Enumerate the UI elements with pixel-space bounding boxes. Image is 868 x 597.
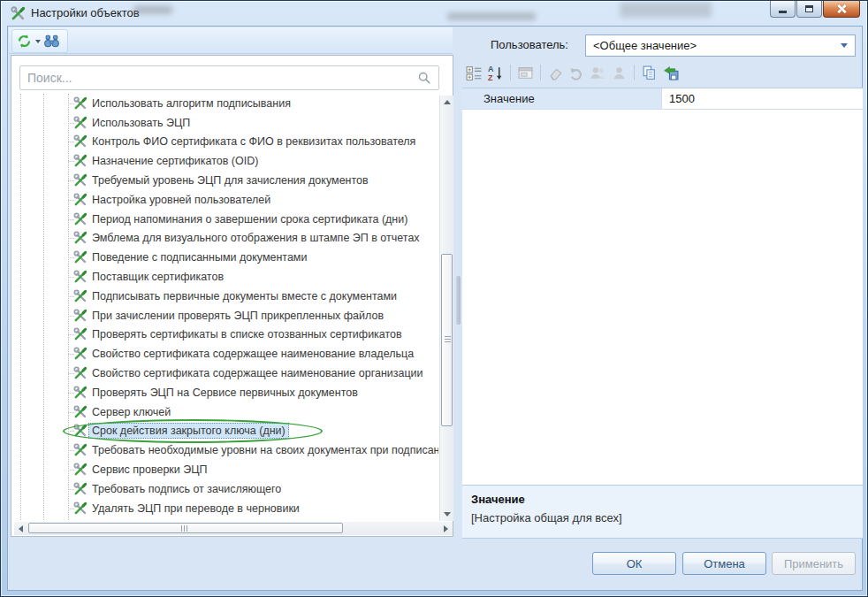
cancel-button[interactable]: Отмена	[682, 552, 766, 575]
wrench-screwdriver-icon	[73, 482, 88, 496]
binoculars-icon[interactable]	[43, 33, 60, 50]
wrench-screwdriver-icon	[73, 134, 88, 149]
tree-item[interactable]: Контроль ФИО сертификата с ФИО в реквизи…	[15, 133, 438, 152]
close-button[interactable]	[823, 1, 860, 18]
wrench-screwdriver-icon	[73, 386, 88, 400]
blurred-text-artifact	[447, 12, 536, 20]
tree-item-label: При зачислении проверять ЭЦП прикрепленн…	[92, 310, 384, 322]
categorized-icon[interactable]	[466, 65, 483, 81]
tree-vertical-scrollbar[interactable]	[439, 96, 453, 521]
tree-item-label: Сервер ключей	[92, 406, 171, 418]
copy-icon[interactable]	[641, 65, 658, 81]
ok-button[interactable]: ОК	[592, 552, 676, 575]
tree-item[interactable]: Назначение сертификатов (OID)	[15, 151, 438, 171]
tree-item[interactable]: Удалять ЭЦП при переводе в черновики	[15, 499, 438, 518]
tree-item-label: Поведение с подписанными документами	[92, 251, 307, 264]
eraser-icon[interactable]	[547, 65, 564, 81]
undo-icon[interactable]	[568, 65, 585, 81]
property-row[interactable]: Значение 1500	[462, 88, 863, 110]
wrench-screwdriver-icon	[73, 289, 88, 303]
tree-item[interactable]: Поведение с подписанными документами	[15, 248, 438, 267]
tree-item[interactable]: При зачислении проверять ЭЦП прикрепленн…	[15, 306, 438, 325]
title-bar[interactable]: Настройки объектов	[1, 1, 868, 26]
settings-tree-panel: Использовать алгоритм подписывания Испол…	[11, 55, 453, 537]
wrench-screwdriver-icon	[73, 154, 88, 168]
tree-item[interactable]: Свойство сертификата содержащее наименов…	[15, 364, 438, 383]
save-import-icon[interactable]	[662, 65, 679, 81]
minimize-icon	[779, 11, 787, 13]
blurred-text-artifact	[133, 5, 172, 14]
wrench-screwdriver-icon	[73, 231, 88, 245]
tree-item[interactable]: Свойство сертификата содержащее наименов…	[15, 344, 438, 364]
wrench-screwdriver-icon	[73, 405, 88, 419]
tree-item-label: Использовать алгоритм подписывания	[92, 97, 291, 110]
user-icon[interactable]	[611, 65, 628, 81]
tree-item[interactable]: Срок действия закрытого ключа (дни)	[15, 422, 438, 441]
description-panel: Значение [Настройка общая для всех]	[462, 485, 863, 539]
wrench-screwdriver-icon	[73, 309, 88, 323]
scroll-up-button[interactable]	[440, 96, 453, 109]
tree-item-label: Требовать подпись от зачисляющего	[92, 483, 281, 495]
property-value-cell[interactable]: 1500	[662, 88, 863, 109]
apply-button[interactable]: Применить	[772, 552, 856, 575]
search-input[interactable]	[20, 71, 417, 85]
toolbar-separator	[540, 65, 541, 80]
scroll-left-button[interactable]	[14, 522, 27, 535]
settings-dialog: Настройки объектов	[0, 0, 868, 597]
toolbar-separator	[634, 65, 635, 80]
minimize-button[interactable]	[770, 1, 796, 18]
tree-item-label: Требуемый уровень ЭЦП для зачисления док…	[92, 174, 369, 187]
tree-item[interactable]: Требовать необходимые уровни на своих до…	[15, 440, 438, 460]
tree-horizontal-scrollbar[interactable]	[14, 522, 453, 535]
user-combobox[interactable]: <Общее значение>	[585, 34, 856, 57]
tree-item-label: Сервис проверки ЭЦП	[92, 463, 208, 476]
svg-text:Z: Z	[488, 73, 493, 80]
tree-item-label: Свойство сертификата содержащее наименов…	[92, 367, 423, 379]
users-icon[interactable]	[590, 65, 606, 81]
property-name-cell: Значение	[462, 88, 662, 109]
tree-item[interactable]: Поставщик сертификатов	[15, 267, 438, 287]
tree-item[interactable]: Сервис проверки ЭЦП	[15, 460, 438, 479]
wrench-screwdriver-icon	[11, 6, 26, 21]
search-box	[19, 65, 439, 90]
tree-item[interactable]: Подписывать первичные документы вместе с…	[15, 287, 438, 306]
tree-item-label: Срок действия закрытого ключа (дни)	[88, 423, 289, 439]
tree-item[interactable]: Период напоминания о завершении срока се…	[15, 210, 438, 229]
tree-item[interactable]: Использовать алгоритм подписывания	[15, 94, 438, 113]
tree-item[interactable]: Проверять ЭЦП на Сервисе первичных докум…	[15, 383, 438, 402]
maximize-button[interactable]	[796, 1, 822, 18]
dialog-client-area: Использовать алгоритм подписывания Испол…	[7, 26, 863, 591]
wrench-screwdriver-icon	[73, 347, 88, 361]
wrench-screwdriver-icon	[73, 424, 88, 438]
toolbar-separator	[510, 65, 511, 80]
tree-item[interactable]: Сервер ключей	[15, 402, 438, 422]
wrench-screwdriver-icon	[73, 501, 88, 516]
wrench-screwdriver-icon	[73, 212, 88, 226]
scroll-down-button[interactable]	[440, 508, 453, 521]
refresh-icon[interactable]	[16, 33, 33, 50]
sort-az-icon[interactable]: A Z	[487, 65, 504, 81]
wrench-screwdriver-icon	[73, 327, 88, 341]
settings-tree: Использовать алгоритм подписывания Испол…	[15, 94, 438, 520]
panel-splitter[interactable]	[453, 27, 462, 561]
property-page-icon[interactable]	[517, 65, 534, 81]
wrench-screwdriver-icon	[73, 270, 88, 284]
tree-item[interactable]: Требуемый уровень ЭЦП для зачисления док…	[15, 171, 438, 190]
user-label: Пользователь:	[491, 38, 568, 51]
wrench-screwdriver-icon	[73, 96, 88, 111]
tree-item-label: Удалять ЭЦП при переводе в черновики	[92, 502, 300, 515]
tree-item[interactable]: Проверять сертификаты в списке отозванны…	[15, 325, 438, 345]
refresh-dropdown-caret[interactable]	[35, 40, 41, 43]
description-text: [Настройка общая для всех]	[471, 511, 854, 524]
tree-item[interactable]: Настройка уровней пользователей	[15, 190, 438, 210]
scroll-right-button[interactable]	[439, 522, 453, 535]
close-icon	[837, 4, 846, 13]
tree-item[interactable]: Эмблема для визуального отображения в шт…	[15, 229, 438, 249]
vertical-scroll-thumb[interactable]	[441, 254, 453, 426]
horizontal-scroll-thumb[interactable]	[28, 523, 343, 533]
tree-item[interactable]: Требовать подпись от зачисляющего	[15, 479, 438, 499]
tree-item-label: Настройка уровней пользователей	[92, 194, 270, 206]
wrench-screwdriver-icon	[73, 463, 88, 477]
tree-item[interactable]: Использовать ЭЦП	[15, 113, 438, 133]
search-icon	[417, 71, 431, 85]
